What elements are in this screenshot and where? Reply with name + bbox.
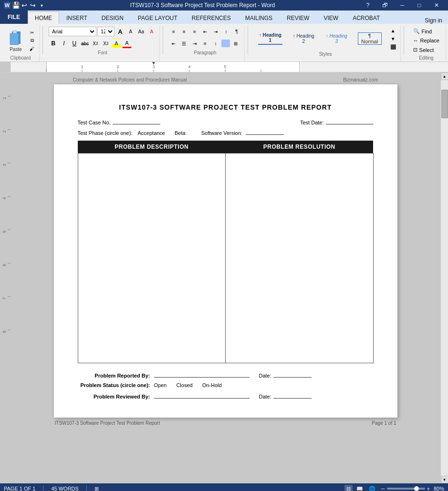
decrease-indent-button[interactable]: ⇤ [200,27,210,36]
sort-button[interactable]: ↕ [221,27,231,36]
bold-button[interactable]: B [49,39,58,48]
scroll-up-arrow[interactable]: ▲ [441,72,448,80]
justify-button[interactable]: ≡ [200,39,210,48]
scroll-down-arrow[interactable]: ▼ [441,476,448,483]
styles-scroll-down[interactable]: ▼ [389,35,397,42]
increase-indent-button[interactable]: ⇥ [211,27,220,36]
editing-group: 🔍 Find ↔ Replace ⊡ Select Editing [407,26,446,61]
borders-button[interactable]: ⊞ [231,39,240,48]
problem-reviewed-line[interactable] [154,392,250,399]
acceptance-option: Acceptance [138,130,165,136]
ruler-svg: 1 2 3 4 5 [10,62,448,72]
zoom-in-button[interactable]: + [427,486,430,491]
tab-insert[interactable]: INSERT [59,11,94,24]
tab-home[interactable]: HOME [28,11,59,24]
clipboard-content: Paste ✂ ⧉ 🖌 [5,27,36,54]
tab-file[interactable]: FILE [0,10,28,24]
problem-status-row: Problem Status (circle one): Open Closed… [78,382,374,388]
select-button[interactable]: ⊡ Select [410,45,443,54]
quick-redo-icon[interactable]: ↪ [30,2,36,9]
date-label-2: Date: [259,394,271,399]
minimize-button[interactable]: ─ [395,0,410,10]
print-layout-view-button[interactable]: ⊟ [344,485,353,491]
align-center-button[interactable]: ☰ [179,39,189,48]
page-header-area: Computer & Network Policies and Procedur… [54,77,397,82]
layout-icon[interactable]: ⊞ [94,486,99,491]
doc-scroll-area[interactable]: Computer & Network Policies and Procedur… [10,72,440,483]
problem-reported-line[interactable] [154,371,250,378]
problem-description-cell[interactable] [78,153,226,363]
scroll-track[interactable] [441,80,448,476]
italic-button[interactable]: I [59,39,69,48]
restore-down-button[interactable]: 🗗 [377,0,393,10]
software-version-line[interactable] [246,128,284,135]
cut-button[interactable]: ✂ [28,29,36,36]
reported-date-line[interactable] [273,371,312,378]
style-heading2[interactable]: ↑ Heading 2 [288,32,320,45]
style-heading1[interactable]: ↑ Heading 1 [254,31,287,46]
align-left-button[interactable]: ⇤ [169,39,178,48]
ruler-main[interactable]: 1 2 3 4 5 [10,62,448,72]
line-spacing-button[interactable]: ↕ [211,39,220,48]
font-color-button[interactable]: A [122,39,132,48]
page-footer-right: Page 1 of 1 [372,420,396,426]
tab-review[interactable]: REVIEW [280,11,316,24]
clear-format-button[interactable]: A [147,27,156,36]
quick-undo-icon[interactable]: ↩ [21,2,28,9]
scroll-thumb[interactable] [441,90,448,118]
bullets-button[interactable]: ≡ [169,27,178,36]
test-case-line[interactable] [113,118,160,124]
text-highlight-button[interactable]: A [112,39,121,48]
tab-view[interactable]: VIEW [316,11,345,24]
close-button[interactable]: ✕ [429,0,444,10]
styles-scroll-up[interactable]: ▲ [389,27,397,34]
zoom-out-button[interactable]: ─ [381,486,385,491]
read-mode-button[interactable]: 📖 [354,485,365,491]
quick-custom-icon[interactable]: ▾ [38,2,45,9]
ruler-area: 1 2 3 4 5 [0,62,448,72]
numbering-button[interactable]: ≡ [179,27,189,36]
zoom-slider[interactable] [387,488,425,490]
tab-references[interactable]: REFERENCES [185,11,238,24]
clipboard-group: Paste ✂ ⧉ 🖌 Clipboard [2,26,40,61]
strikethrough-button[interactable]: abc [80,39,90,48]
superscript-button[interactable]: X2 [101,39,111,48]
underline-button[interactable]: U [70,39,79,48]
change-case-button[interactable]: Aa [136,27,146,36]
web-layout-button[interactable]: 🌐 [367,485,377,491]
paste-button[interactable]: Paste [5,27,27,54]
align-right-button[interactable]: ⇥ [190,39,199,48]
reviewed-date-line[interactable] [273,392,312,399]
font-family-select[interactable]: Arial [49,27,96,36]
grow-font-button[interactable]: A [115,27,125,36]
styles-expand[interactable]: ⬛ [389,43,397,51]
find-button[interactable]: 🔍 Find [410,27,443,36]
tab-page-layout[interactable]: PAGE LAYOUT [131,11,185,24]
style-heading3[interactable]: ↑ Heading 3 [321,32,353,45]
replace-button[interactable]: ↔ Replace [410,36,443,45]
document-page[interactable]: ITSW107-3 SOFTWARE PROJECT TEST PROBLEM … [54,84,397,418]
font-size-select[interactable]: 12 [97,27,115,36]
maximize-button[interactable]: □ [412,0,427,10]
shrink-font-button[interactable]: A [126,27,135,36]
problem-resolution-cell[interactable] [226,153,374,363]
subscript-button[interactable]: X2 [91,39,100,48]
show-hide-button[interactable]: ¶ [232,27,241,36]
svg-text:8: 8 [2,330,7,333]
quick-save-icon[interactable]: 💾 [12,2,19,9]
tab-acrobat[interactable]: ACROBAT [345,11,387,24]
sign-in-link[interactable]: Sign in [419,17,448,24]
copy-button[interactable]: ⧉ [28,37,36,44]
tab-mailings[interactable]: MAILINGS [238,11,280,24]
multilevel-button[interactable]: ≡ [190,27,199,36]
zoom-control[interactable]: ─ + 80% [381,486,444,491]
shading-button[interactable] [221,40,230,47]
format-painter-button[interactable]: 🖌 [28,45,36,52]
style-normal[interactable]: ¶ Normal [354,31,386,46]
beta-option: Beta [175,130,186,136]
ribbon-content: Paste ✂ ⧉ 🖌 Clipboard Arial 12 A A Aa [0,24,448,62]
help-button[interactable]: ? [360,0,375,10]
document-title: ITSW107-3 SOFTWARE PROJECT TEST PROBLEM … [78,103,374,111]
test-date-line[interactable] [326,118,374,124]
tab-design[interactable]: DESIGN [94,11,131,24]
